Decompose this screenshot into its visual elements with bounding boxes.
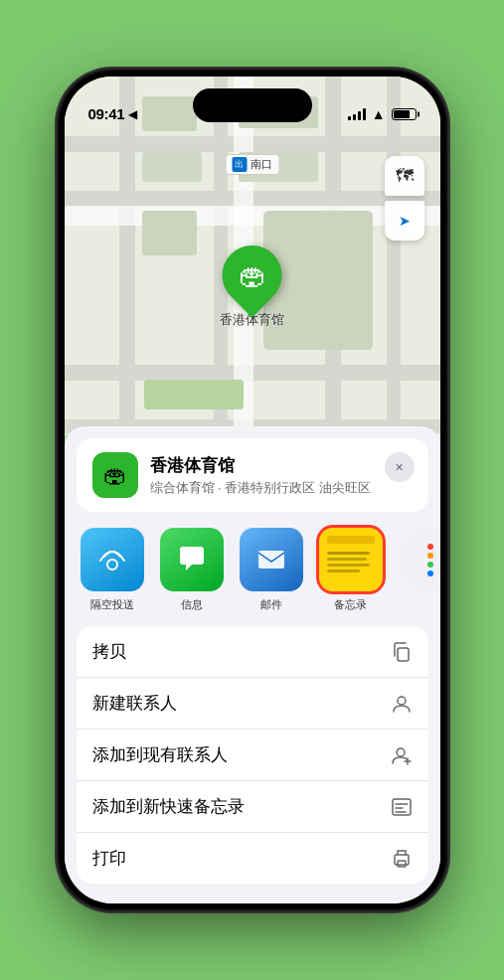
share-row: 隔空投送 信息 [65, 512, 440, 616]
battery-icon [392, 108, 417, 120]
signal-icon [348, 108, 366, 120]
notes-label: 备忘录 [334, 597, 367, 612]
stadium-marker: 🏟 香港体育馆 [220, 245, 284, 329]
phone-screen: 09:41 ◀ ▲ [65, 77, 440, 903]
location-arrow-icon: ◀ [128, 107, 137, 121]
map-south-label: 出 南口 [225, 154, 279, 175]
notes-icon [319, 528, 383, 591]
dynamic-island [193, 88, 312, 122]
copy-icon [391, 641, 413, 663]
action-copy[interactable]: 拷贝 [77, 626, 428, 678]
map-type-button[interactable]: 🗺 [385, 156, 424, 196]
svg-rect-2 [398, 648, 409, 661]
mail-icon [240, 528, 303, 591]
svg-rect-11 [395, 855, 409, 865]
action-add-quick-note[interactable]: 添加到新快速备忘录 [77, 781, 428, 833]
action-add-existing-contact[interactable]: 添加到现有联系人 [77, 730, 428, 781]
location-icon: ➤ [399, 213, 411, 229]
place-stadium-icon: 🏟 [103, 461, 127, 489]
action-print[interactable]: 打印 [77, 833, 428, 884]
messages-label: 信息 [181, 597, 203, 612]
action-list: 拷贝 新建联系人 添加到现有联系人 [77, 626, 428, 884]
place-card-icon: 🏟 [92, 452, 138, 498]
airdrop-icon [81, 528, 144, 591]
place-card: 🏟 香港体育馆 综合体育馆 · 香港特别行政区 油尖旺区 × [77, 438, 428, 512]
place-info: 香港体育馆 综合体育馆 · 香港特别行政区 油尖旺区 [150, 454, 413, 497]
svg-point-0 [107, 560, 117, 570]
action-print-label: 打印 [92, 847, 126, 870]
print-icon [391, 848, 413, 870]
bottom-sheet: 🏟 香港体育馆 综合体育馆 · 香港特别行政区 油尖旺区 × [65, 426, 440, 903]
quick-note-icon [391, 796, 413, 818]
person-icon [391, 693, 413, 715]
share-item-mail[interactable]: 邮件 [236, 528, 307, 612]
map-type-icon: 🗺 [396, 166, 414, 187]
share-item-messages[interactable]: 信息 [156, 528, 228, 612]
phone-frame: 09:41 ◀ ▲ [59, 71, 446, 909]
person-add-icon [391, 744, 413, 766]
share-item-more[interactable] [395, 528, 440, 612]
status-time: 09:41 [88, 105, 125, 122]
stadium-pin: 🏟 [210, 234, 294, 318]
airdrop-label: 隔空投送 [90, 597, 134, 612]
action-new-contact-label: 新建联系人 [92, 692, 177, 715]
south-badge: 出 [232, 157, 247, 172]
action-new-contact[interactable]: 新建联系人 [77, 678, 428, 730]
more-options-icon [399, 528, 440, 591]
location-button[interactable]: ➤ [385, 201, 424, 241]
south-label-text: 南口 [251, 157, 272, 172]
share-item-airdrop[interactable]: 隔空投送 [77, 528, 148, 612]
stadium-icon: 🏟 [239, 259, 266, 292]
place-subtitle: 综合体育馆 · 香港特别行政区 油尖旺区 [150, 479, 413, 497]
svg-point-3 [398, 697, 406, 705]
place-name: 香港体育馆 [150, 454, 413, 477]
mail-label: 邮件 [260, 597, 282, 612]
svg-point-4 [397, 748, 405, 756]
messages-icon [160, 528, 224, 591]
action-copy-label: 拷贝 [92, 640, 126, 663]
action-add-existing-label: 添加到现有联系人 [92, 743, 228, 766]
wifi-icon: ▲ [372, 106, 386, 122]
close-button[interactable]: × [385, 452, 415, 482]
share-item-notes[interactable]: 备忘录 [315, 528, 387, 612]
map-controls: 🗺 ➤ [385, 156, 424, 241]
svg-rect-1 [258, 551, 284, 569]
status-icons: ▲ [348, 106, 417, 122]
action-add-quick-note-label: 添加到新快速备忘录 [92, 795, 245, 818]
svg-rect-12 [398, 861, 406, 867]
